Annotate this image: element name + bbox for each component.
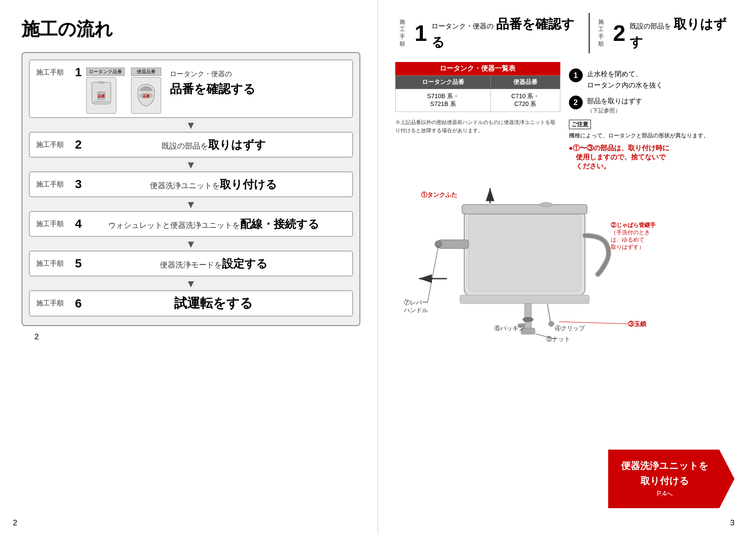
svg-text:⑥パッキン: ⑥パッキン — [494, 325, 525, 332]
svg-text:⑤ナット: ⑤ナット — [546, 335, 570, 342]
caution-bullet: ●①〜③の部品は、取り付け時に 使用しますので、捨てないで ください。 — [569, 144, 670, 170]
svg-text:⑦レバー: ⑦レバー — [404, 299, 428, 306]
svg-rect-10 — [469, 214, 581, 292]
svg-text:①タンクふた: ①タンクふた — [421, 191, 457, 198]
right-steps: 1 止水栓を閉めて、ロータンク内の水を抜く 2 部品を取りはずす （下記参照） — [569, 68, 734, 115]
step2-label: 施工手順 — [36, 140, 71, 149]
step5-num: 5 — [75, 257, 82, 270]
instructions-column: 1 止水栓を閉めて、ロータンク内の水を抜く 2 部品を取りはずす （下記参照） … — [569, 62, 734, 171]
svg-text:③玉鎖: ③玉鎖 — [628, 320, 647, 327]
step4-content: ウォシュレットと便器洗浄ユニットを配線・接続する — [82, 217, 346, 232]
next-button-line1: 便器洗浄ユニットを — [621, 458, 709, 473]
right-header: 施工 手順 1 ロータンク・便器の 品番を確認する 施工 手順 2 既設の部品を… — [395, 13, 739, 53]
arrow-5-6: ▼ — [29, 279, 353, 289]
flow-step-2: 施工手順 2 既設の部品を取りはずす — [29, 132, 353, 158]
tank-illustration: 品番 — [86, 77, 116, 114]
tank-label: ロータンク品番 — [86, 68, 125, 76]
arrow-3-4: ▼ — [29, 199, 353, 210]
table-title: ロータンク・便器一覧表 — [395, 62, 560, 75]
step3-content: 便器洗浄ユニットを取り付ける — [82, 177, 346, 192]
right-content: ロータンク・便器一覧表 ロータンク品番 便器品番 S710B 系・S721B 系… — [395, 62, 739, 171]
step3-label: 施工手順 — [36, 180, 71, 189]
svg-text:（手洗付のとき: （手洗付のとき — [611, 229, 650, 236]
flow-step-6: 施工手順 6 試運転をする — [29, 290, 353, 317]
step1-header-label: 施工 手順 — [400, 19, 410, 48]
toilet-image-box: 便器品番 品番 — [131, 68, 161, 114]
step3-num: 3 — [75, 177, 82, 191]
left-page: 施工の流れ 施工手順 1 ロータンク品番 — [0, 0, 378, 534]
tank-image-box: ロータンク品番 品番 — [86, 68, 125, 114]
step5-label: 施工手順 — [36, 259, 71, 268]
circle-2: 2 — [569, 96, 583, 109]
header-divider — [589, 13, 590, 53]
step2-content: 既設の部品を取りはずす — [82, 137, 346, 152]
svg-text:取りはずす）: 取りはずす） — [611, 244, 644, 250]
toilet-label: 便器品番 — [131, 68, 161, 76]
svg-point-12 — [540, 202, 553, 207]
step2-sub: （下記参照） — [587, 107, 642, 115]
table-header-1: 便器品番 — [491, 76, 560, 89]
svg-text:品番: 品番 — [98, 94, 105, 98]
next-button-line3: P.4へ — [621, 488, 709, 500]
svg-point-14 — [549, 321, 554, 326]
flow-step-3: 施工手順 3 便器洗浄ユニットを取り付ける — [29, 171, 353, 197]
svg-text:は、ゆるめて: は、ゆるめて — [611, 236, 644, 243]
step4-num: 4 — [75, 217, 82, 231]
next-button-area[interactable]: 便器洗浄ユニットを 取り付ける P.4へ — [608, 450, 734, 508]
table-cell-toilet: C710 系・C720 系 — [491, 89, 560, 112]
step6-num: 6 — [75, 297, 82, 310]
step2-header-label: 施工 手順 — [598, 19, 609, 48]
svg-point-21 — [523, 317, 533, 322]
step6-label: 施工手順 — [36, 299, 71, 308]
step4-label: 施工手順 — [36, 220, 71, 229]
circle-1: 1 — [569, 68, 583, 82]
right-step-item-1: 1 止水栓を閉めて、ロータンク内の水を抜く — [569, 68, 734, 90]
step1-header: 施工 手順 1 ロータンク・便器の 品番を確認する — [395, 13, 584, 53]
flow-step-1: 施工手順 1 ロータンク品番 品番 — [29, 59, 353, 118]
svg-rect-17 — [460, 295, 589, 304]
page-number-left: 2 — [13, 518, 17, 528]
arrow-2-3: ▼ — [29, 160, 353, 170]
table-note: ※上記品番以外の密結便器前ハンドルのものに便器洗浄ユニットを取り付けると故障する… — [395, 118, 560, 135]
table-header-0: ロータンク品番 — [396, 76, 491, 89]
toilet-illustration: 品番 — [131, 77, 161, 114]
step1-text: ロータンク・便器の 品番を確認する — [170, 65, 346, 97]
right-step-item-2: 2 部品を取りはずす （下記参照） — [569, 96, 734, 115]
step1-num: 1 — [75, 65, 82, 79]
step2-header-num: 2 — [613, 22, 625, 44]
flow-step-4: 施工手順 4 ウォシュレットと便器洗浄ユニットを配線・接続する — [29, 211, 353, 237]
arrow-1-2: ▼ — [29, 120, 353, 130]
step6-content: 試運転をする — [82, 295, 346, 312]
svg-rect-15 — [438, 240, 469, 248]
step1-main-text: 品番を確認する — [170, 81, 346, 97]
svg-rect-4 — [98, 81, 104, 83]
notice-title: ご注意 — [569, 120, 591, 129]
next-button-line2: 取り付ける — [621, 473, 709, 488]
next-button[interactable]: 便器洗浄ユニットを 取り付ける P.4へ — [608, 450, 734, 508]
page-number-right: 3 — [730, 518, 734, 528]
table-section: ロータンク・便器一覧表 ロータンク品番 便器品番 S710B 系・S721B 系… — [395, 62, 560, 112]
parts-table: ロータンク品番 便器品番 S710B 系・S721B 系 C710 系・C720… — [395, 75, 560, 112]
caution-area: ●①〜③の部品は、取り付け時に 使用しますので、捨てないで ください。 — [569, 144, 734, 171]
step1-subtitle: ロータンク・便器の — [170, 70, 346, 79]
svg-text:④クリップ: ④クリップ — [555, 325, 585, 332]
notice-area: ご注意 機種によって、ロータンクと部品の形状が異なります。 ●①〜③の部品は、取… — [569, 120, 734, 171]
svg-rect-11 — [462, 205, 587, 214]
step2-header: 施工 手順 2 既設の部品を 取りはずす — [594, 13, 739, 53]
table-cell-tank: S710B 系・S721B 系 — [396, 89, 491, 112]
step1-header-title: ロータンク・便器の 品番を確認する — [431, 15, 580, 51]
svg-text:②じゃばら管継手: ②じゃばら管継手 — [611, 222, 656, 228]
step1-label: 施工手順 — [36, 68, 71, 77]
step2-num: 2 — [75, 138, 82, 152]
table-column: ロータンク・便器一覧表 ロータンク品番 便器品番 S710B 系・S721B 系… — [395, 62, 560, 171]
svg-rect-1 — [94, 101, 109, 104]
arrow-4-5: ▼ — [29, 239, 353, 249]
step2-header-title: 既設の部品を 取りはずす — [630, 15, 734, 51]
svg-line-35 — [428, 246, 438, 302]
svg-text:ハンドル: ハンドル — [403, 307, 428, 314]
step5-content: 便器洗浄モードを設定する — [82, 256, 346, 271]
svg-line-32 — [559, 322, 628, 324]
step1-instruction: 止水栓を閉めて、ロータンク内の水を抜く — [587, 68, 663, 90]
toilet-diagram: ①タンクふた ②じゃばら管継手 （手洗付のとき は、ゆるめて 取りはずす） ③玉… — [395, 175, 719, 348]
step1-header-num: 1 — [415, 22, 427, 44]
